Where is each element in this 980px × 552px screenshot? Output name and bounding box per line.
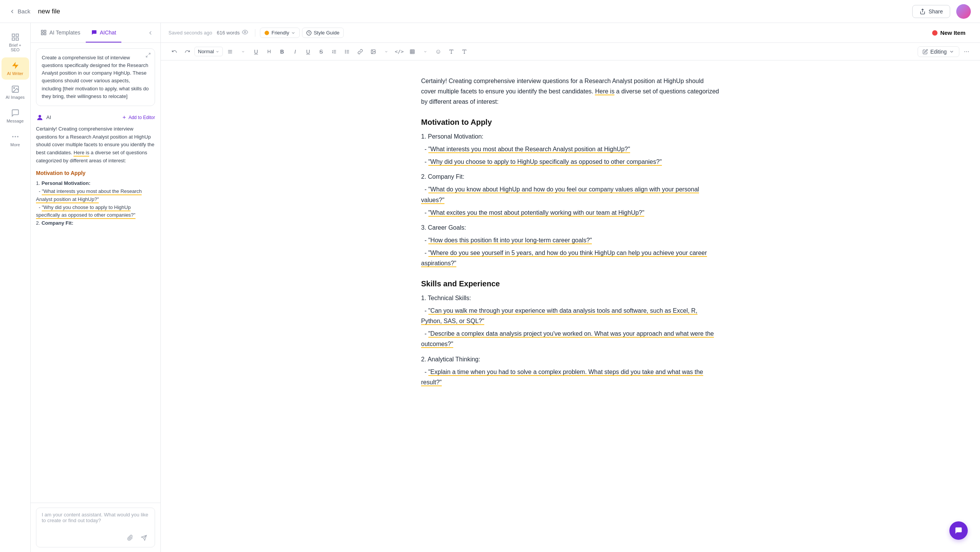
link-button[interactable]: [354, 46, 366, 57]
align-button[interactable]: [224, 46, 236, 57]
edit-icon: [923, 49, 928, 54]
chat-input-area: [31, 503, 160, 552]
back-label: Back: [18, 8, 30, 15]
svg-point-33: [345, 52, 346, 53]
ai-response-area[interactable]: AI Add to Editor Certainly! Creating com…: [31, 110, 160, 503]
italic-button[interactable]: I: [289, 46, 301, 57]
sidebar-item-label: Message: [7, 119, 24, 123]
chat-icon: [91, 29, 97, 36]
svg-rect-3: [12, 38, 14, 40]
sidebar-item-ai-images[interactable]: AI Images: [2, 81, 29, 103]
tab-label: AIChat: [100, 29, 116, 36]
undo-button[interactable]: [168, 46, 180, 57]
new-item-dot: [932, 30, 938, 36]
saved-status: Saved seconds ago: [168, 30, 212, 36]
svg-point-8: [17, 136, 18, 137]
editing-badge[interactable]: Editing: [918, 46, 959, 57]
svg-point-15: [39, 115, 41, 118]
send-icon: [141, 535, 147, 541]
avatar: [956, 4, 971, 19]
avatar-image: [956, 4, 971, 19]
ai-panel: AI Templates AIChat Create a comprehensi…: [31, 23, 161, 552]
editor-content[interactable]: Certainly! Creating comprehensive interv…: [398, 60, 743, 552]
style-guide-button[interactable]: Style Guide: [302, 28, 343, 38]
attach-icon: [127, 535, 133, 541]
add-to-editor-label: Add to Editor: [129, 115, 155, 120]
motivation-list: 1. Personal Motivation: - "What interest…: [421, 131, 720, 269]
svg-rect-36: [410, 49, 415, 54]
tab-aichat[interactable]: AIChat: [86, 23, 122, 42]
svg-point-31: [345, 50, 346, 50]
message-icon: [11, 109, 20, 117]
tab-ai-templates[interactable]: AI Templates: [35, 23, 86, 42]
svg-rect-2: [16, 38, 18, 40]
ai-panel-tabs: AI Templates AIChat: [31, 23, 160, 43]
underline-button[interactable]: U: [250, 46, 262, 57]
tone-icon: [264, 30, 270, 36]
table-chevron-button[interactable]: [420, 46, 431, 57]
svg-point-32: [345, 51, 346, 52]
back-button[interactable]: Back: [9, 8, 30, 15]
main-layout: Brief + SEO AI Writer AI Images Message …: [0, 23, 980, 552]
new-item-label: New Item: [940, 29, 965, 36]
tone-button[interactable]: Friendly: [260, 28, 300, 38]
add-to-editor-button[interactable]: Add to Editor: [122, 115, 155, 120]
section-heading-motivation: Motivation to Apply: [421, 118, 720, 127]
style-guide-label: Style Guide: [314, 30, 339, 36]
svg-rect-1: [16, 34, 18, 36]
list-item: 2. Analytical Thinking:: [421, 354, 720, 364]
list-item: - "Describe a complex data analysis proj…: [421, 328, 720, 349]
svg-rect-0: [12, 34, 14, 36]
chat-input[interactable]: [42, 512, 149, 529]
svg-point-21: [265, 31, 269, 35]
image-icon: [11, 85, 20, 93]
ai-section-content: 1. Personal Motivation: - "What interest…: [36, 180, 155, 219]
list-item: 1. Personal Motivation:: [421, 131, 720, 142]
code-button[interactable]: </>: [394, 46, 405, 57]
panel-collapse-button[interactable]: [145, 28, 156, 38]
list-item: - "How does this position fit into your …: [421, 235, 720, 245]
image-chevron-button[interactable]: [381, 46, 392, 57]
style-select-value: Normal: [198, 49, 214, 54]
sidebar-icons: Brief + SEO AI Writer AI Images Message …: [0, 23, 31, 552]
table-button[interactable]: [407, 46, 418, 57]
editor-toolbar: Saved seconds ago 616 words Friendly Sty…: [161, 23, 980, 43]
share-button[interactable]: Share: [912, 5, 950, 18]
chat-bubble-icon: [954, 526, 963, 535]
sidebar-item-message[interactable]: Message: [2, 105, 29, 127]
text-format-button[interactable]: [446, 46, 457, 57]
sidebar-item-label: More: [10, 142, 20, 147]
send-button[interactable]: [139, 532, 149, 543]
highlight-button[interactable]: H: [263, 46, 275, 57]
chat-input-box: [36, 508, 155, 547]
ai-label: AI: [36, 114, 51, 121]
bold-button[interactable]: B: [276, 46, 288, 57]
more-format-button[interactable]: [459, 46, 470, 57]
ai-label-text: AI: [46, 114, 51, 120]
ai-intro-text: Certainly! Creating comprehensive interv…: [36, 125, 155, 165]
svg-rect-11: [41, 33, 43, 35]
expand-button[interactable]: [145, 52, 151, 59]
emoji-button[interactable]: ☺: [433, 46, 444, 57]
redo-button[interactable]: [181, 46, 193, 57]
image-insert-button[interactable]: [368, 46, 379, 57]
underline2-button[interactable]: U: [302, 46, 314, 57]
list-item: - "What do you know about HighUp and how…: [421, 184, 720, 205]
chat-bubble-button[interactable]: [949, 521, 968, 540]
tab-label: AI Templates: [49, 29, 80, 36]
sidebar-item-brief-seo[interactable]: Brief + SEO: [2, 29, 29, 56]
svg-line-14: [146, 56, 148, 57]
strikethrough-button[interactable]: S: [315, 46, 327, 57]
ai-response-header: AI Add to Editor: [36, 114, 155, 121]
sidebar-item-ai-writer[interactable]: AI Writer: [2, 57, 29, 80]
more-options-button[interactable]: ⋯: [961, 46, 972, 57]
unordered-list-button[interactable]: [341, 46, 353, 57]
new-item-button[interactable]: New Item: [925, 27, 972, 39]
ordered-list-button[interactable]: [328, 46, 340, 57]
sidebar-item-more[interactable]: More: [2, 129, 29, 151]
style-select[interactable]: Normal: [194, 47, 223, 56]
align-chevron-button[interactable]: [237, 46, 249, 57]
list-item: - "Can you walk me through your experien…: [421, 305, 720, 326]
attach-button[interactable]: [125, 532, 136, 543]
list-item: - "What excites you the most about poten…: [421, 207, 720, 218]
